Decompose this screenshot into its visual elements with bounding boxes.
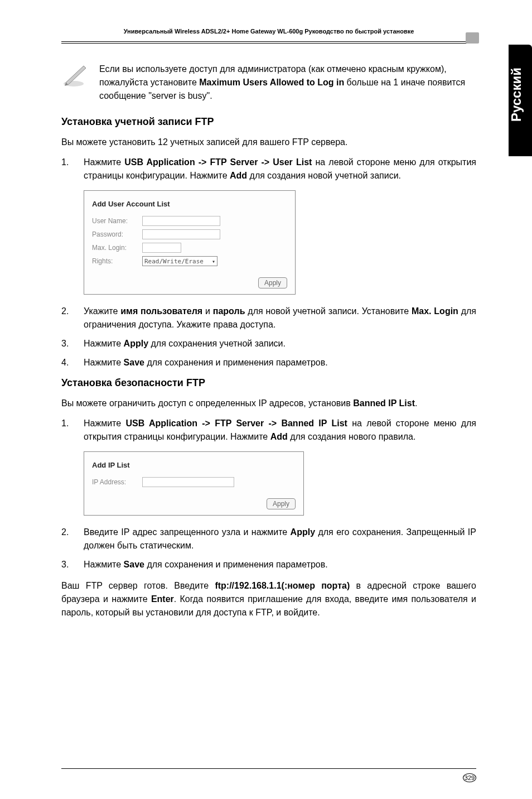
- maxlogin-input[interactable]: [142, 243, 181, 253]
- username-label: User Name:: [92, 217, 142, 225]
- ip-label: IP Address:: [92, 478, 142, 486]
- apply-button[interactable]: Apply: [267, 498, 296, 509]
- list-item: 1. Нажмите USB Application -> FTP Server…: [61, 417, 476, 444]
- rights-select[interactable]: Read/Write/Erase: [142, 256, 217, 266]
- screenshot-add-user: Add User Account List User Name: Passwor…: [84, 190, 296, 295]
- password-input[interactable]: [142, 229, 220, 239]
- section-heading-ftp-security: Установка безопасности FTP: [61, 377, 476, 389]
- page-number: 329: [463, 773, 476, 782]
- screenshot-title: Add IP List: [92, 461, 296, 469]
- page-header: Универсальный Wireless ADSL2/2+ Home Gat…: [61, 28, 476, 37]
- screenshot-title: Add User Account List: [92, 200, 287, 208]
- note-block: Если вы используете доступ для администр…: [61, 61, 476, 103]
- section1-list: 1. Нажмите USB Application -> FTP Server…: [61, 156, 476, 182]
- list-item: 3. Нажмите Apply для сохранения учетной …: [61, 337, 476, 350]
- apply-button[interactable]: Apply: [258, 277, 287, 288]
- pencil-icon: [61, 61, 89, 89]
- language-tab: Русский: [509, 45, 532, 156]
- section-heading-ftp-account: Установка учетной записи FTP: [61, 116, 476, 128]
- ip-input[interactable]: [142, 477, 234, 487]
- section2-list: 1. Нажмите USB Application -> FTP Server…: [61, 417, 476, 444]
- list-item: 3. Нажмите Save для сохранения и примене…: [61, 558, 476, 571]
- section1-intro: Вы можете установить 12 учетных записей …: [61, 136, 476, 149]
- username-input[interactable]: [142, 216, 220, 226]
- password-label: Password:: [92, 230, 142, 238]
- list-item: 4. Нажмите Save для сохранения и примене…: [61, 356, 476, 369]
- list-item: 1. Нажмите USB Application -> FTP Server…: [61, 156, 476, 182]
- screenshot-add-ip: Add IP List IP Address: Apply: [84, 451, 304, 516]
- rights-label: Rights:: [92, 257, 142, 265]
- maxlogin-label: Max. Login:: [92, 244, 142, 252]
- section2-list-cont: 2. Введите IP адрес запрещенного узла и …: [61, 526, 476, 571]
- list-item: 2. Введите IP адрес запрещенного узла и …: [61, 526, 476, 552]
- closing-paragraph: Ваш FTP сервер готов. Введите ftp://192.…: [61, 579, 476, 619]
- header-divider: [61, 41, 476, 45]
- note-text: Если вы используете доступ для администр…: [99, 61, 476, 103]
- section1-list-cont: 2. Укажите имя пользователя и пароль для…: [61, 305, 476, 369]
- router-icon: [466, 32, 479, 44]
- list-item: 2. Укажите имя пользователя и пароль для…: [61, 305, 476, 331]
- footer-divider: [61, 768, 476, 769]
- section2-intro: Вы можете ограничить доступ с определенн…: [61, 397, 476, 410]
